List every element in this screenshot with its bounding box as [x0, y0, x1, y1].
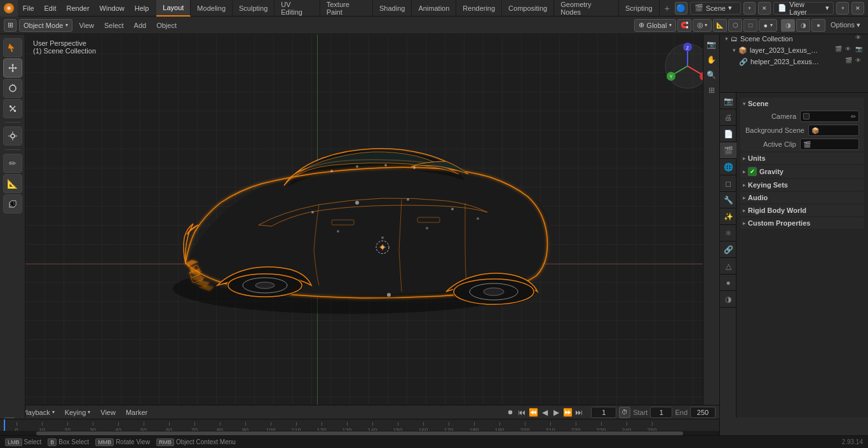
helper-eye-icon[interactable]: 👁: [855, 57, 864, 66]
transform-orientation[interactable]: ⊕ Global ▾: [634, 19, 677, 32]
mode-selector[interactable]: Object Mode ▾: [19, 19, 72, 32]
tool-measure[interactable]: 📐: [3, 174, 22, 193]
end-frame-input[interactable]: 250: [690, 407, 715, 418]
start-frame-input[interactable]: 1: [650, 407, 672, 418]
play-reverse-btn[interactable]: ◀: [540, 408, 549, 417]
tool-select[interactable]: [3, 38, 22, 57]
scene-del-btn[interactable]: ✕: [758, 2, 771, 15]
props-tab-modifier[interactable]: 🔧: [720, 192, 736, 208]
shading-solid[interactable]: ◑: [781, 19, 795, 32]
fps-display[interactable]: ⏱: [619, 407, 630, 418]
layer-render-icon[interactable]: 📷: [855, 46, 864, 55]
props-tab-render[interactable]: 📷: [720, 93, 736, 109]
tool-add-cube[interactable]: [3, 194, 22, 214]
tab-texture-paint[interactable]: Texture Paint: [320, 0, 373, 17]
props-tab-constraints[interactable]: 🔗: [720, 241, 736, 258]
rigid-body-header[interactable]: ▸ Rigid Body World: [740, 205, 864, 216]
snapping-toggle[interactable]: 🧲: [677, 19, 691, 32]
options-menu[interactable]: Options ▾: [827, 19, 864, 32]
custom-props-header[interactable]: ▸ Custom Properties: [740, 217, 864, 229]
jump-start-btn[interactable]: ⏮: [517, 408, 526, 417]
gravity-checkbox[interactable]: ✓: [748, 167, 757, 176]
viewport-object-menu[interactable]: Object: [153, 19, 180, 32]
viewport-grid-btn[interactable]: ⊞: [705, 84, 718, 97]
props-tab-view-layer[interactable]: 📄: [720, 126, 736, 142]
props-tab-object[interactable]: ◻: [720, 175, 736, 192]
tab-animation[interactable]: Animation: [412, 0, 456, 17]
vl-new-btn[interactable]: +: [836, 2, 849, 15]
props-tab-material[interactable]: ●: [720, 275, 736, 291]
tool-annotate[interactable]: ✏: [3, 154, 22, 173]
add-workspace-btn[interactable]: +: [660, 3, 675, 13]
step-forward-btn[interactable]: ⏩: [563, 408, 572, 417]
viewport-camera-btn[interactable]: 📷: [705, 38, 718, 51]
shading-render[interactable]: ●: [811, 19, 825, 32]
timeline-view-menu[interactable]: View: [97, 407, 119, 418]
tool-scale[interactable]: [3, 99, 22, 118]
view-layer-selector[interactable]: 📄 View Layer ▾: [773, 2, 834, 15]
props-tab-physics[interactable]: ⚛: [720, 225, 736, 241]
outliner-helper-item[interactable]: 🔗 helper_2023_Lexus_RX_... 🎬 👁: [720, 56, 868, 67]
menu-render[interactable]: Render: [62, 0, 95, 17]
outliner-layer-item[interactable]: ▾ 📦 layer_2023_Lexus_RX_350_S 🎬 👁 📷: [720, 44, 868, 56]
gravity-header[interactable]: ▸ ✓ Gravity: [740, 165, 864, 178]
shading-material[interactable]: ◑: [796, 19, 810, 32]
helper-camera-icon[interactable]: 🎬: [845, 57, 854, 66]
playback-record-btn[interactable]: ⏺: [506, 408, 515, 417]
viewport[interactable]: User Perspective (1) Scene Collection Z …: [25, 34, 719, 405]
show-gizmos[interactable]: 📐: [713, 19, 727, 32]
props-tab-shading[interactable]: ◑: [720, 291, 736, 308]
tool-transform[interactable]: [3, 126, 22, 146]
viewport-add-menu[interactable]: Add: [130, 19, 151, 32]
scene-section-header[interactable]: ▾ Scene: [740, 98, 864, 109]
tab-sculpting[interactable]: Sculpting: [233, 0, 275, 17]
marker-menu[interactable]: Marker: [122, 407, 151, 418]
proportional-edit[interactable]: ◎ ▾: [693, 19, 712, 32]
tool-move[interactable]: [3, 58, 22, 78]
tab-rendering[interactable]: Rendering: [456, 0, 502, 17]
tab-compositing[interactable]: Compositing: [502, 0, 554, 17]
viewport-zoom-btn[interactable]: 🔍: [705, 69, 718, 81]
jump-end-btn[interactable]: ⏭: [574, 408, 583, 417]
camera-edit-icon[interactable]: ✏: [851, 113, 856, 120]
editor-type-btn[interactable]: ⊞: [4, 19, 17, 32]
viewport-hand-btn[interactable]: ✋: [705, 53, 718, 66]
overlay-toggle[interactable]: ⬡: [728, 19, 742, 32]
play-forward-btn[interactable]: ▶: [552, 408, 560, 417]
props-tab-output[interactable]: 🖨: [720, 109, 736, 126]
tool-rotate[interactable]: [3, 79, 22, 98]
tab-geometry-nodes[interactable]: Geometry Nodes: [554, 0, 619, 17]
props-tab-scene[interactable]: 🎬: [720, 142, 736, 159]
timeline-track[interactable]: 0 10 20 30 40 50 60 70 80 90 100 110 120…: [0, 419, 719, 436]
camera-value[interactable]: ✏: [800, 111, 859, 122]
menu-file[interactable]: File: [18, 0, 39, 17]
xray-toggle[interactable]: □: [743, 19, 757, 32]
viewport-view-menu[interactable]: View: [75, 19, 98, 32]
keying-sets-header[interactable]: ▸ Keying Sets: [740, 179, 864, 191]
bg-scene-value[interactable]: 📦: [808, 125, 859, 136]
vl-del-btn[interactable]: ✕: [851, 2, 864, 15]
viewport-select-menu[interactable]: Select: [100, 19, 128, 32]
step-back-btn[interactable]: ⏪: [529, 408, 538, 417]
scene-collection-item[interactable]: ▾ 🗂 Scene Collection 👁: [720, 33, 868, 44]
active-clip-value[interactable]: 🎬: [800, 139, 859, 150]
tab-uv-editing[interactable]: UV Editing: [275, 0, 320, 17]
units-header[interactable]: ▸ Units: [740, 153, 864, 164]
scene-selector[interactable]: 🎬 Scene ▾: [690, 2, 741, 15]
menu-window[interactable]: Window: [95, 0, 130, 17]
props-tab-data[interactable]: △: [720, 258, 736, 275]
tab-scripting[interactable]: Scripting: [619, 0, 660, 17]
tab-modeling[interactable]: Modeling: [191, 0, 233, 17]
visibility-eye-icon[interactable]: 👁: [855, 34, 864, 43]
scene-new-btn[interactable]: +: [743, 2, 756, 15]
menu-help[interactable]: Help: [130, 0, 154, 17]
shading-mode[interactable]: ● ▾: [759, 19, 777, 32]
props-tab-particles[interactable]: ✨: [720, 208, 736, 225]
layer-eye-icon[interactable]: 👁: [845, 46, 854, 55]
current-frame-input[interactable]: 1: [591, 407, 616, 418]
tab-shading[interactable]: Shading: [373, 0, 412, 17]
props-tab-world[interactable]: 🌐: [720, 159, 736, 175]
menu-edit[interactable]: Edit: [39, 0, 62, 17]
layer-camera-icon[interactable]: 🎬: [835, 46, 844, 55]
keying-menu[interactable]: Keying ▾: [61, 407, 95, 418]
